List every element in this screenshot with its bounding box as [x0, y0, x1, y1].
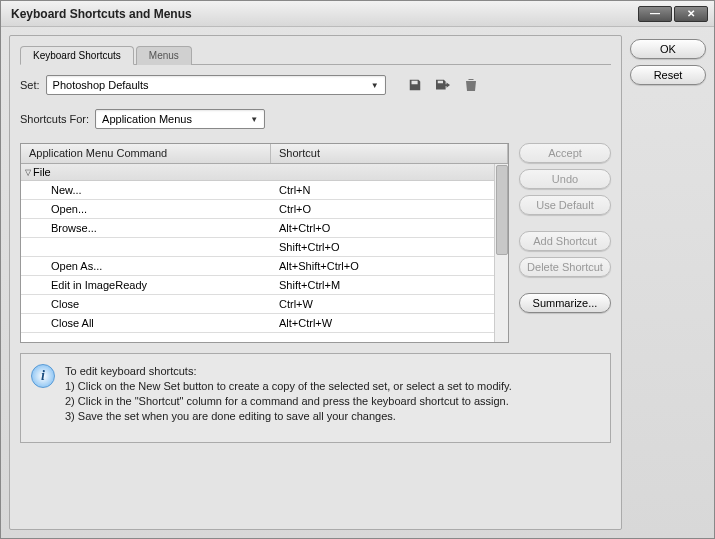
summarize-button[interactable]: Summarize...: [519, 293, 611, 313]
floppy-arrow-icon: [435, 78, 451, 92]
shortcuts-for-value: Application Menus: [102, 113, 192, 125]
minimize-button[interactable]: —: [638, 6, 672, 22]
dialog-window: Keyboard Shortcuts and Menus — ✕ Keyboar…: [0, 0, 715, 539]
header-shortcut[interactable]: Shortcut: [271, 144, 508, 163]
info-icon: i: [31, 364, 55, 388]
table-row[interactable]: Open As...Alt+Shift+Ctrl+O: [21, 257, 508, 276]
scrollbar[interactable]: [494, 164, 508, 342]
window-title: Keyboard Shortcuts and Menus: [11, 7, 192, 21]
tab-row: Keyboard Shortcuts Menus: [20, 46, 611, 65]
set-value: Photoshop Defaults: [53, 79, 149, 91]
tab-menus[interactable]: Menus: [136, 46, 192, 65]
hint-box: i To edit keyboard shortcuts: 1) Click o…: [20, 353, 611, 443]
header-command[interactable]: Application Menu Command: [21, 144, 271, 163]
table-row[interactable]: Edit in ImageReadyShift+Ctrl+M: [21, 276, 508, 295]
set-label: Set:: [20, 79, 40, 91]
shortcuts-table: Application Menu Command Shortcut ▽ File…: [20, 143, 509, 343]
scroll-thumb[interactable]: [496, 165, 508, 255]
table-stack: Application Menu Command Shortcut ▽ File…: [20, 143, 509, 353]
main-panel: Keyboard Shortcuts Menus Set: Photoshop …: [9, 35, 622, 530]
chevron-down-icon: ▼: [371, 81, 379, 90]
use-default-button[interactable]: Use Default: [519, 195, 611, 215]
table-row[interactable]: Browse...Alt+Ctrl+O: [21, 219, 508, 238]
side-panel: OK Reset: [630, 35, 706, 530]
table-header: Application Menu Command Shortcut: [21, 144, 508, 164]
floppy-icon: [408, 78, 422, 92]
table-body: ▽ File New...Ctrl+N Open...Ctrl+O Browse…: [21, 164, 508, 342]
table-row[interactable]: Shift+Ctrl+O: [21, 238, 508, 257]
undo-button[interactable]: Undo: [519, 169, 611, 189]
table-row[interactable]: Open...Ctrl+O: [21, 200, 508, 219]
accept-button[interactable]: Accept: [519, 143, 611, 163]
content-area: Keyboard Shortcuts Menus Set: Photoshop …: [1, 27, 714, 538]
chevron-down-icon: ▼: [250, 115, 258, 124]
shortcuts-for-dropdown[interactable]: Application Menus ▼: [95, 109, 265, 129]
triangle-down-icon: ▽: [25, 168, 31, 177]
title-bar: Keyboard Shortcuts and Menus — ✕: [1, 1, 714, 27]
new-set-button[interactable]: [432, 75, 454, 95]
group-label: File: [33, 166, 51, 178]
close-button[interactable]: ✕: [674, 6, 708, 22]
reset-button[interactable]: Reset: [630, 65, 706, 85]
window-controls: — ✕: [636, 6, 708, 22]
table-row[interactable]: CloseCtrl+W: [21, 295, 508, 314]
table-and-actions: Application Menu Command Shortcut ▽ File…: [20, 143, 611, 353]
action-column: Accept Undo Use Default Add Shortcut Del…: [519, 143, 611, 353]
ok-button[interactable]: OK: [630, 39, 706, 59]
table-row[interactable]: Close AllAlt+Ctrl+W: [21, 314, 508, 333]
set-row: Set: Photoshop Defaults ▼: [20, 75, 611, 95]
tab-keyboard-shortcuts[interactable]: Keyboard Shortcuts: [20, 46, 134, 65]
delete-shortcut-button[interactable]: Delete Shortcut: [519, 257, 611, 277]
set-dropdown[interactable]: Photoshop Defaults ▼: [46, 75, 386, 95]
hint-text: To edit keyboard shortcuts: 1) Click on …: [65, 364, 512, 423]
shortcuts-for-row: Shortcuts For: Application Menus ▼: [20, 109, 611, 129]
table-row[interactable]: New...Ctrl+N: [21, 181, 508, 200]
save-set-button[interactable]: [404, 75, 426, 95]
add-shortcut-button[interactable]: Add Shortcut: [519, 231, 611, 251]
trash-icon: [465, 78, 477, 92]
group-row-file[interactable]: ▽ File: [21, 164, 508, 181]
shortcuts-for-label: Shortcuts For:: [20, 113, 89, 125]
delete-set-button[interactable]: [460, 75, 482, 95]
